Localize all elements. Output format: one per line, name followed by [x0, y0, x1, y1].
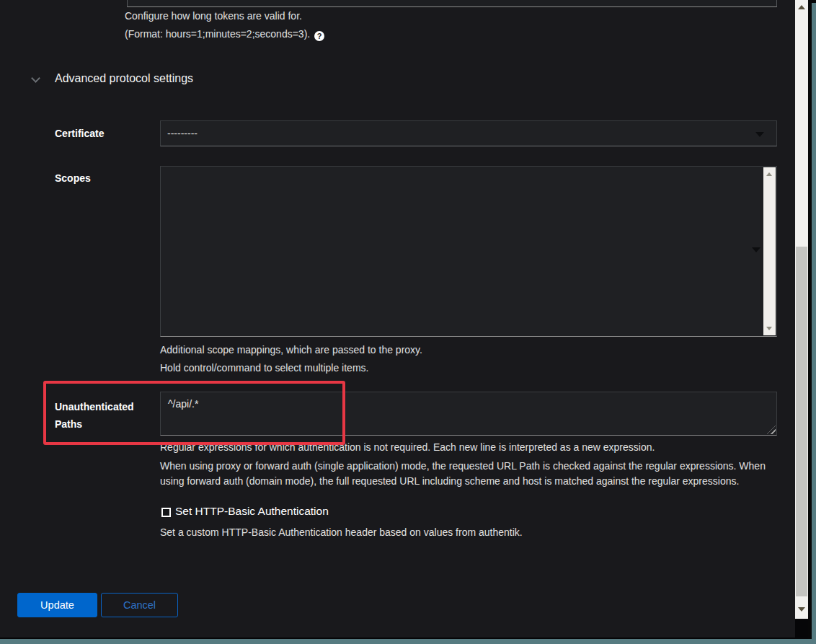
chevron-down-icon[interactable] [31, 74, 40, 83]
http-basic-auth-help: Set a custom HTTP-Basic Authentication h… [160, 526, 523, 538]
scopes-help-line2: Hold control/command to select multiple … [160, 362, 368, 374]
certificate-label: Certificate [55, 128, 104, 139]
scopes-scrollbar[interactable] [763, 167, 776, 335]
unauthenticated-paths-help-line2: When using proxy or forward auth (single… [160, 459, 774, 489]
scopes-label: Scopes [55, 172, 91, 184]
token-validity-help-line1: Configure how long tokens are valid for. [125, 10, 302, 22]
cancel-button[interactable]: Cancel [101, 593, 178, 617]
page-scrollbar[interactable] [795, 0, 808, 619]
scroll-up-icon[interactable] [798, 5, 805, 9]
question-circle-icon[interactable]: ? [314, 31, 324, 41]
token-validity-help-line2: (Format: hours=1;minutes=2;seconds=3). [125, 28, 310, 40]
unauthenticated-paths-help-line1: Regular expressions for which authentica… [160, 441, 655, 453]
http-basic-auth-label[interactable]: Set HTTP-Basic Authentication [175, 505, 329, 518]
certificate-select[interactable]: --------- [160, 120, 777, 146]
window-edge-bottom [0, 639, 816, 644]
unauthenticated-paths-label: Unauthenticated Paths [55, 398, 163, 433]
certificate-selected-value: --------- [167, 128, 198, 139]
select-caret-icon [752, 247, 760, 252]
app-window: Configure how long tokens are valid for.… [0, 0, 816, 644]
form-panel: Configure how long tokens are valid for.… [0, 0, 795, 638]
token-validity-help-line2-row: (Format: hours=1;minutes=2;seconds=3).? [125, 28, 324, 41]
scroll-down-icon[interactable] [766, 327, 772, 330]
scroll-up-icon[interactable] [766, 172, 772, 176]
page-scrollbar-thumb[interactable] [796, 247, 807, 596]
scroll-down-icon[interactable] [798, 607, 805, 612]
http-basic-auth-checkbox[interactable] [161, 508, 171, 517]
section-title-advanced-protocol-settings[interactable]: Advanced protocol settings [55, 72, 193, 85]
select-caret-icon [755, 132, 764, 137]
window-edge-right [812, 3, 816, 644]
update-button[interactable]: Update [17, 593, 97, 617]
unauthenticated-paths-textarea[interactable]: ^/api/.* [160, 392, 777, 436]
scopes-multiselect[interactable] [160, 166, 777, 337]
scopes-help-line1: Additional scope mappings, which are pas… [160, 344, 422, 356]
token-validity-input[interactable] [127, 0, 777, 7]
